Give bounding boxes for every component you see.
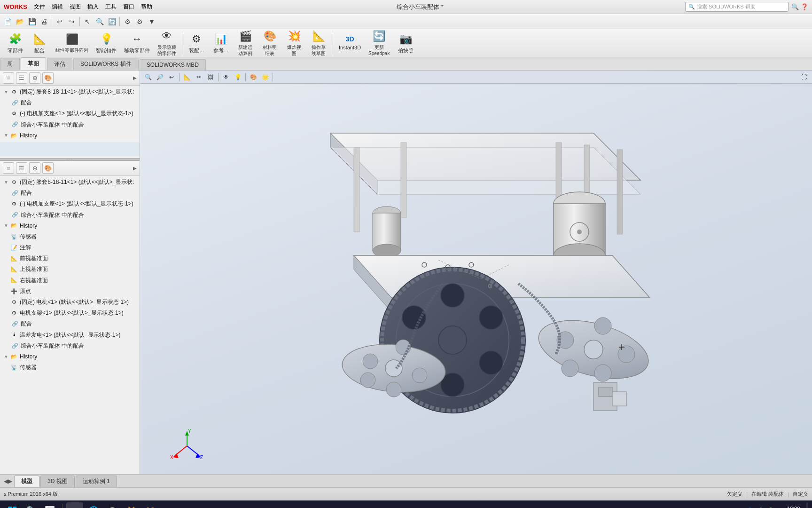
menu-help[interactable]: 帮助 bbox=[138, 2, 155, 12]
tree-item-origin[interactable]: ▶ ➕ 原点 bbox=[0, 286, 140, 297]
tree-view-btn[interactable]: ≡ bbox=[3, 72, 14, 84]
options-btn[interactable]: ⚙ bbox=[134, 16, 145, 27]
tree-item-top-plane[interactable]: ▶ 📐 上视基准面 bbox=[0, 264, 140, 275]
vp-realview[interactable]: 🌟 bbox=[260, 72, 270, 82]
tab-sw-plugins[interactable]: SOLIDWORKS 插件 bbox=[73, 58, 139, 70]
show-hide-btn[interactable]: 👁 显示隐藏的零部件 bbox=[155, 28, 179, 58]
taskbar-task-view[interactable]: ⬜ bbox=[41, 502, 58, 508]
flat-view-btn2[interactable]: ☰ bbox=[16, 162, 27, 174]
tree-item-asm-mate2[interactable]: 🔗 综合小车装配体 中的配合 bbox=[0, 210, 140, 221]
vp-previous-view[interactable]: ↩ bbox=[166, 72, 177, 82]
vp-display-mode[interactable]: 🎨 bbox=[248, 72, 258, 82]
undo-btn[interactable]: ↩ bbox=[54, 16, 65, 27]
taskbar-app-solidworks[interactable]: SW bbox=[66, 502, 83, 508]
tree-item-sensor1[interactable]: ▶ 📡 传感器 bbox=[0, 231, 140, 242]
tab-zhou[interactable]: 周 bbox=[0, 58, 20, 70]
tree-item-history3[interactable]: ▼ 📂 History bbox=[0, 351, 140, 362]
help-btn[interactable]: ❓ bbox=[801, 3, 808, 10]
vp-fullscreen-btn[interactable]: ⛶ bbox=[799, 72, 809, 82]
menu-file[interactable]: 文件 bbox=[31, 2, 48, 12]
tree-item-thermoelectric[interactable]: ▶ 🌡 温差发电<1> (默认<<默认_显示状态-1>) bbox=[0, 330, 140, 341]
smart-fastener-btn[interactable]: 💡 智能扣件 bbox=[93, 31, 119, 56]
3d-viewport[interactable]: 🔍 🔎 ↩ 📐 ✂ 🖼 👁 💡 🎨 🌟 ⛶ bbox=[140, 71, 812, 474]
rotate-btn[interactable]: 🔄 bbox=[106, 16, 117, 27]
ref-btn[interactable]: 📊 参考... bbox=[210, 31, 232, 56]
taskbar-app-browser[interactable]: 🦊 bbox=[123, 502, 140, 508]
select-btn[interactable]: ↖ bbox=[82, 16, 93, 27]
vp-view-orient[interactable]: 📐 bbox=[182, 72, 192, 82]
zoom-btn[interactable]: 🔍 bbox=[94, 16, 105, 27]
tree-item-sensor2[interactable]: ▶ 📡 传感器 bbox=[0, 362, 140, 373]
tree-item-asm-mate1[interactable]: 🔗 综合小车装配体 中的配合 bbox=[0, 119, 140, 130]
tree-item-mate2[interactable]: 🔗 配合 bbox=[0, 188, 140, 198]
component-btn[interactable]: 🧩 零部件 bbox=[4, 31, 26, 56]
tab-sw-mbd[interactable]: SOLIDWORKS MBD bbox=[140, 59, 206, 70]
linear-pattern-btn[interactable]: ⬛ 线性零部件阵列 bbox=[53, 31, 91, 56]
bottom-tab-3dview[interactable]: 3D 视图 bbox=[40, 476, 75, 487]
assembly-btn[interactable]: ⚙ 装配... bbox=[185, 31, 208, 56]
tree-item-asm-mate3[interactable]: 🔗 综合小车装配体 中的配合 bbox=[0, 341, 140, 351]
taskbar-app-chrome[interactable]: 🌐 bbox=[85, 502, 102, 508]
taskbar-clock[interactable]: 10:00 2024/1/1 bbox=[784, 506, 803, 508]
tree-item-bushing2[interactable]: ▼ ⚙ (固定) 胀套8-18-11<1> (默认<<默认>_显示状: bbox=[0, 177, 140, 188]
tree-item-motor-bracket[interactable]: ▶ ⚙ 电机支架<1> (默认<<默认>_显示状态 1>) bbox=[0, 308, 140, 318]
tree-item-motor[interactable]: ▶ ⚙ (固定) 电机<1> (默认<<默认>_显示状态 1>) bbox=[0, 297, 140, 308]
tree-item-history1[interactable]: ▼ 📂 History bbox=[0, 130, 140, 141]
menu-insert[interactable]: 插入 bbox=[85, 2, 102, 12]
tree-item-right-plane[interactable]: ▶ 📐 右视基准面 bbox=[0, 275, 140, 286]
color-btn[interactable]: 🎨 bbox=[42, 72, 54, 84]
vp-display-style[interactable]: 🖼 bbox=[205, 72, 216, 82]
save-btn[interactable]: 💾 bbox=[26, 16, 38, 27]
open-btn[interactable]: 📂 bbox=[14, 16, 25, 27]
tree-item-annotation[interactable]: ▶ 📝 注解 bbox=[0, 242, 140, 253]
tree-view-btn2[interactable]: ≡ bbox=[3, 162, 14, 174]
tab-evaluate[interactable]: 评估 bbox=[47, 58, 72, 70]
filter-btn[interactable]: ⊕ bbox=[29, 72, 40, 84]
tab-sketch[interactable]: 草图 bbox=[21, 57, 46, 70]
redo-btn[interactable]: ↪ bbox=[66, 16, 78, 27]
filter-btn2[interactable]: ⊕ bbox=[29, 162, 40, 174]
vp-hide-show[interactable]: 👁 bbox=[221, 72, 231, 82]
show-desktop[interactable] bbox=[806, 502, 808, 508]
menu-view[interactable]: 视图 bbox=[67, 2, 84, 12]
instant3d-btn[interactable]: 3D Instant3D bbox=[336, 33, 364, 53]
tree-item-motor-mount1[interactable]: ▼ ⚙ (-) 电机加支座<1> (默认<<默认_显示状态-1>) bbox=[0, 108, 140, 119]
tree-item-front-plane[interactable]: ▶ 📐 前视基准面 bbox=[0, 253, 140, 264]
flat-view-btn[interactable]: ☰ bbox=[16, 72, 27, 84]
tree-item-mate1[interactable]: 🔗 配合 bbox=[0, 97, 140, 108]
new-motion-btn[interactable]: 🎬 新建运动算例 bbox=[234, 28, 257, 58]
tree-item-mate3[interactable]: 🔗 配合 bbox=[0, 318, 140, 329]
new-btn[interactable]: 📄 bbox=[2, 16, 13, 27]
taskbar-app-wechat[interactable]: 💬 bbox=[104, 502, 121, 508]
mate-btn[interactable]: 📐 配合 bbox=[28, 31, 51, 56]
more-btn[interactable]: ▼ bbox=[146, 16, 157, 27]
status-custom[interactable]: 自定义 bbox=[793, 491, 808, 498]
bom-btn[interactable]: 🎨 材料明细表 bbox=[258, 28, 281, 58]
explode-btn[interactable]: 💥 爆炸视图 bbox=[283, 28, 305, 58]
tree-item-history2[interactable]: ▼ 📂 History bbox=[0, 221, 140, 231]
vp-zoom-to-fit[interactable]: 🔍 bbox=[143, 72, 153, 82]
taskbar-search[interactable]: 🔍 bbox=[23, 502, 39, 508]
search-bar[interactable]: 🔍 搜索 SOLIDWORKS 帮助 bbox=[685, 2, 789, 12]
menu-edit[interactable]: 编辑 bbox=[49, 2, 66, 12]
bottom-tab-model[interactable]: 模型 bbox=[14, 476, 39, 487]
taskbar-app-explorer[interactable]: 📁 bbox=[141, 502, 158, 508]
menu-window[interactable]: 窗口 bbox=[120, 2, 137, 12]
vp-section-view[interactable]: ✂ bbox=[194, 72, 204, 82]
vp-zoom-area[interactable]: 🔎 bbox=[155, 72, 165, 82]
tree-item-bushing1[interactable]: ▼ ⚙ (固定) 胀套8-18-11<1> (默认<<默认>_显示状: bbox=[0, 87, 140, 97]
update-speedpak-btn[interactable]: 🔄 更新Speedpak bbox=[366, 28, 392, 58]
settings-btn[interactable]: ⚙ bbox=[122, 16, 133, 27]
bottom-tab-motion[interactable]: 运动算例 1 bbox=[76, 476, 117, 487]
panel-expand-btn2[interactable]: ▶ bbox=[133, 166, 137, 171]
start-button[interactable] bbox=[4, 502, 21, 508]
bottom-nav-arrows[interactable]: ◀▶ bbox=[2, 478, 14, 484]
snapshot-btn[interactable]: 📷 拍快照 bbox=[394, 31, 417, 56]
search-btn[interactable]: 🔍 bbox=[791, 3, 799, 10]
menu-tools[interactable]: 工具 bbox=[102, 2, 119, 12]
sketch-btn[interactable]: 📐 操作草线草图 bbox=[307, 28, 330, 58]
tree-item-motor-mount2[interactable]: ▼ ⚙ (-) 电机加支座<1> (默认<<默认_显示状态-1>) bbox=[0, 198, 140, 209]
move-component-btn[interactable]: ↔ 移动零部件 bbox=[121, 31, 153, 56]
print-btn[interactable]: 🖨 bbox=[39, 16, 50, 27]
vp-lighting[interactable]: 💡 bbox=[233, 72, 243, 82]
